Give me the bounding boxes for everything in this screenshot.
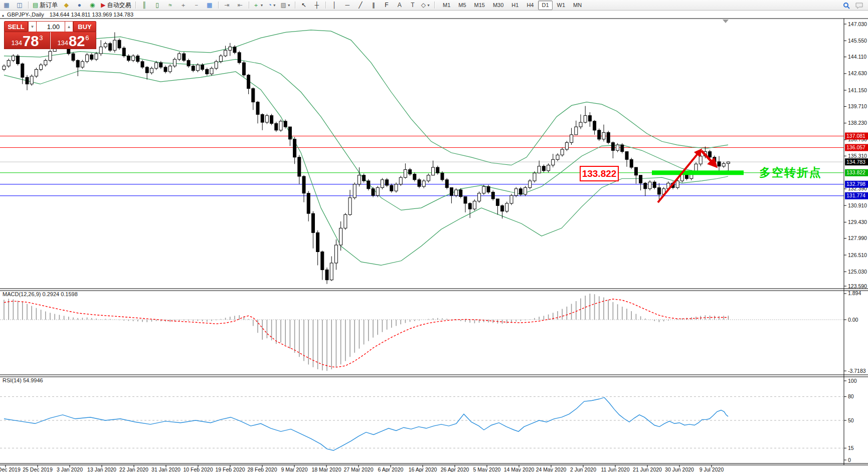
bear-candle[interactable] (72, 54, 75, 60)
bear-candle[interactable] (519, 189, 522, 194)
bull-candle[interactable] (349, 198, 352, 215)
bear-candle[interactable] (293, 139, 296, 157)
bear-candle[interactable] (657, 187, 660, 194)
bear-candle[interactable] (192, 66, 195, 71)
bear-candle[interactable] (653, 182, 656, 187)
chart-canvas[interactable]: 147.030145.550144.110142.630141.150139.7… (0, 0, 868, 472)
bear-candle[interactable] (261, 114, 264, 122)
bear-candle[interactable] (459, 190, 462, 196)
bull-candle[interactable] (358, 175, 361, 184)
bear-candle[interactable] (90, 55, 93, 59)
date-axis-label[interactable]: 24 May 2020 (536, 466, 567, 472)
sell-button[interactable]: SELL (4, 21, 28, 32)
bull-candle[interactable] (699, 156, 702, 164)
bear-candle[interactable] (418, 180, 421, 186)
bull-candle[interactable] (113, 40, 116, 50)
volume-increase-button[interactable]: ▲ (65, 21, 73, 32)
bull-candle[interactable] (132, 56, 135, 61)
date-axis-label[interactable]: 5 May 2020 (473, 466, 501, 472)
timeframe-m5-button[interactable]: M5 (455, 1, 469, 10)
date-axis-label[interactable]: 31 Jan 2020 (151, 466, 181, 472)
turning-point-annotation[interactable]: 多空转折点 (759, 165, 822, 180)
text-icon[interactable]: A (394, 0, 406, 10)
bear-candle[interactable] (588, 116, 591, 121)
bull-candle[interactable] (376, 187, 379, 195)
bull-candle[interactable] (381, 180, 384, 188)
cursor-icon[interactable]: ↖ (298, 0, 310, 10)
date-axis-label[interactable]: 16 Dec 2019 (0, 466, 21, 472)
bull-candle[interactable] (196, 65, 199, 71)
bull-candle[interactable] (104, 44, 107, 47)
date-axis-label[interactable]: 14 May 2020 (504, 466, 535, 472)
bear-candle[interactable] (487, 186, 490, 192)
bull-candle[interactable] (399, 177, 402, 184)
market-depth-icon[interactable]: ◆ (60, 0, 72, 10)
bull-candle[interactable] (570, 135, 573, 143)
bear-candle[interactable] (496, 199, 499, 205)
date-axis-label[interactable]: 27 Mar 2020 (344, 466, 374, 472)
bear-candle[interactable] (302, 176, 305, 193)
bull-candle[interactable] (556, 155, 559, 159)
bull-candle[interactable] (533, 173, 536, 181)
date-axis-label[interactable]: 26 Apr 2020 (441, 466, 469, 472)
bull-candle[interactable] (676, 181, 679, 187)
bear-candle[interactable] (307, 193, 310, 213)
bear-candle[interactable] (450, 187, 453, 195)
bear-candle[interactable] (436, 167, 439, 173)
timeframe-d1-button[interactable]: D1 (538, 1, 552, 10)
bull-candle[interactable] (178, 54, 181, 59)
bull-candle[interactable] (422, 181, 425, 186)
bull-candle[interactable] (473, 201, 476, 209)
bear-candle[interactable] (644, 183, 647, 188)
community-icon[interactable]: ● (73, 0, 85, 10)
bear-candle[interactable] (21, 64, 24, 77)
date-axis-label[interactable]: 9 Mar 2020 (281, 466, 307, 472)
volume-input[interactable]: 1.00 (37, 21, 65, 32)
bull-candle[interactable] (427, 175, 430, 181)
bear-candle[interactable] (321, 252, 324, 270)
bear-candle[interactable] (270, 116, 273, 124)
bull-candle[interactable] (81, 62, 84, 67)
bull-candle[interactable] (602, 132, 605, 139)
timeframe-mn-button[interactable]: MN (570, 1, 585, 10)
bear-candle[interactable] (141, 62, 144, 67)
indicators-icon[interactable]: ＋▼ (252, 0, 265, 10)
bear-candle[interactable] (145, 67, 148, 73)
bull-candle[interactable] (215, 62, 218, 68)
bar-chart-icon[interactable]: ║ (138, 0, 150, 10)
bull-candle[interactable] (219, 56, 222, 62)
date-axis-label[interactable]: 2 Jun 2020 (570, 466, 596, 472)
bull-candle[interactable] (616, 145, 619, 150)
bear-candle[interactable] (136, 56, 139, 62)
bear-candle[interactable] (288, 127, 291, 139)
bear-candle[interactable] (201, 65, 204, 70)
bear-candle[interactable] (409, 169, 412, 174)
buy-button[interactable]: BUY (73, 21, 96, 32)
arrows-icon-dropdown[interactable]: ▼ (427, 4, 430, 7)
bear-candle[interactable] (109, 44, 112, 50)
bear-candle[interactable] (26, 77, 29, 84)
auto-trading-icon[interactable]: ▶自动交易 (99, 0, 132, 10)
bull-candle[interactable] (510, 195, 513, 203)
bear-candle[interactable] (118, 40, 121, 48)
bear-candle[interactable] (247, 75, 250, 89)
indicators-icon-dropdown[interactable]: ▼ (260, 4, 264, 7)
bear-candle[interactable] (275, 123, 278, 130)
bear-candle[interactable] (718, 162, 721, 166)
bear-candle[interactable] (164, 67, 167, 72)
date-axis-label[interactable]: 19 Feb 2020 (216, 466, 245, 472)
bear-candle[interactable] (316, 232, 319, 252)
bear-candle[interactable] (183, 54, 186, 60)
channel-icon[interactable]: ∥ (368, 0, 380, 10)
bear-candle[interactable] (464, 196, 467, 203)
bear-candle[interactable] (611, 143, 614, 151)
bull-candle[interactable] (44, 61, 47, 65)
date-axis-label[interactable]: 9 Jul 2020 (700, 466, 724, 472)
hline-icon[interactable]: ─ (341, 0, 354, 10)
bull-candle[interactable] (478, 193, 481, 201)
bull-candle[interactable] (575, 127, 578, 135)
chart-shift-icon[interactable]: ⇤ (234, 0, 246, 10)
line-chart-icon[interactable]: ≈ (164, 0, 177, 10)
bear-candle[interactable] (598, 130, 601, 139)
templates-icon-dropdown[interactable]: ▼ (287, 4, 291, 7)
